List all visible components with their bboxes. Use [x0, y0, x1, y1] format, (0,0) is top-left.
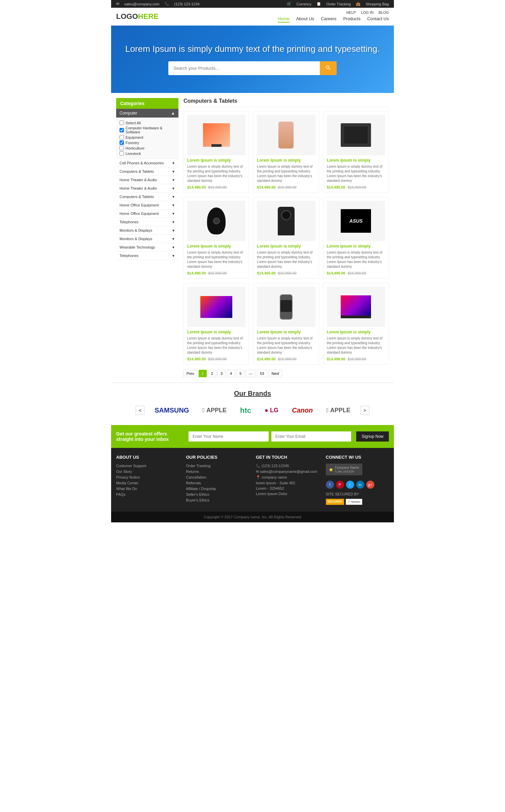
currency-link[interactable]: Currency — [297, 2, 312, 6]
product-img-6: ASUS — [327, 201, 385, 241]
checkbox-select-all[interactable]: Select All — [120, 121, 175, 125]
sidebar-item-home-office-1[interactable]: Home Office Equipment▼ — [116, 201, 178, 209]
sidebar-computer-header[interactable]: Computer ▲ — [116, 109, 178, 118]
product-price-2: $14,490.00 $15,900.00 — [257, 185, 315, 189]
checkbox-horticulture[interactable]: Horticulture — [120, 146, 175, 150]
sidebar-item-monitors-2[interactable]: Monitors & Displays▼ — [116, 235, 178, 243]
product-price-7: $14,490.00 $15,900.00 — [187, 357, 245, 361]
search-bar — [168, 61, 337, 75]
hero-banner: Lorem Ipsum is simply dummy text of the … — [111, 26, 394, 93]
sidebar-computer-arrow: ▲ — [171, 111, 175, 116]
product-printer-img — [341, 123, 371, 147]
search-input[interactable] — [168, 61, 320, 75]
pagination-next[interactable]: Next — [269, 370, 282, 377]
pagination: Prev 1 2 3 4 5 — 53 Next — [183, 370, 389, 377]
footer-affiliate[interactable]: Affiliate / Dropship — [186, 487, 249, 491]
sidebar-item-telephones-1[interactable]: Telephones▼ — [116, 218, 178, 226]
login-link[interactable]: LOG IN — [361, 10, 373, 14]
search-button[interactable] — [320, 61, 337, 75]
checkbox-equipment[interactable]: Equipment — [120, 135, 175, 139]
sidebar-item-home-theater-2[interactable]: Home Theater & Audio▼ — [116, 184, 178, 193]
sidebar-item-home-office-2[interactable]: Home Office Equipment▼ — [116, 209, 178, 218]
newsletter-signup-button[interactable]: Signup Now — [356, 431, 389, 442]
product-img-4 — [187, 201, 245, 241]
shopping-bag-link[interactable]: Shopping Bag — [366, 2, 389, 6]
sidebar-item-home-theater-1[interactable]: Home Theater & Audio▼ — [116, 176, 178, 184]
pagination-page-2[interactable]: 2 — [208, 370, 216, 377]
checkbox-livestock[interactable]: Livestock — [120, 151, 175, 156]
top-bar-phone: (123) 123-1234 — [174, 2, 200, 6]
product-desc-6: Lorem Ipsum is simply dummy text of the … — [327, 250, 385, 269]
newsletter-name-input[interactable] — [189, 431, 269, 442]
bag-icon: 👜 — [356, 2, 361, 6]
twitter-icon[interactable]: t — [346, 481, 354, 489]
product-price-8: $14,490.00 $15,900.00 — [257, 357, 315, 361]
company-badge: ⭐ Company Name f Like 103,629 — [326, 464, 362, 475]
tracking-icon: 📋 — [316, 2, 321, 6]
price-new-3: $14,490.00 — [327, 185, 345, 189]
nav-products[interactable]: Products — [343, 16, 360, 23]
footer-about-title: ABOUT US — [116, 455, 179, 460]
newsletter-email-input[interactable] — [271, 431, 351, 442]
product-smartwatch-img — [280, 294, 293, 320]
footer-sellers-ethics[interactable]: Seller's Ethics — [186, 492, 249, 496]
sidebar-item-telephones-2[interactable]: Telephones▼ — [116, 252, 178, 260]
email-icon: ✉ — [116, 2, 119, 6]
googleplus-icon[interactable]: g+ — [366, 481, 374, 489]
checkbox-hardware[interactable]: Computer Hardware & Software — [120, 126, 175, 134]
pagination-page-53[interactable]: 53 — [257, 370, 267, 377]
nav-about[interactable]: About Us — [296, 16, 314, 23]
product-img-1 — [187, 115, 245, 155]
brand-apple-2:  APPLE — [323, 407, 354, 414]
sidebar-checkbox-group: Select All Computer Hardware & Software … — [116, 118, 178, 159]
footer-returns[interactable]: Returns — [186, 469, 249, 474]
nav-careers[interactable]: Careers — [321, 16, 336, 23]
products-area: Computers & Tablets Lorem Ipsum is simpl… — [183, 98, 389, 377]
nav-home[interactable]: Home — [278, 16, 290, 23]
footer-customer-support[interactable]: Customer Support — [116, 464, 179, 468]
help-link[interactable]: HELP — [346, 10, 356, 14]
footer-email: ✉ sales@companyname@gmail.com — [256, 469, 319, 474]
sidebar: Categories Computer ▲ Select All Compute… — [116, 98, 178, 377]
footer-cancellation[interactable]: Cancellation — [186, 475, 249, 479]
product-price-6: $14,490.00 $15,900.00 — [327, 271, 385, 275]
footer-privacy[interactable]: Privacy Notice — [116, 475, 179, 479]
sidebar-item-cell-phones[interactable]: Cell Phones & Accessories▼ — [116, 159, 178, 167]
carousel-prev-btn[interactable]: < — [136, 406, 144, 415]
footer-what-we-do[interactable]: What We Do — [116, 487, 179, 491]
linkedin-icon[interactable]: in — [356, 481, 364, 489]
product-card-5: Lorem Ipsum is simply Lorem Ipsum is sim… — [253, 197, 319, 279]
footer-address3: Lorem - 3254652 — [256, 486, 319, 490]
carousel-next-btn[interactable]: > — [361, 406, 369, 415]
sidebar-item-wearable[interactable]: Wearable Technology▼ — [116, 243, 178, 252]
nav-contact[interactable]: Contact Us — [367, 16, 389, 23]
sidebar-item-computers[interactable]: Computers & Tablets▼ — [116, 167, 178, 176]
facebook-icon[interactable]: f — [326, 481, 334, 489]
pagination-page-4[interactable]: 4 — [227, 370, 235, 377]
checkbox-forestry[interactable]: Forestry — [120, 140, 175, 145]
order-tracking-link[interactable]: Order Tracking — [326, 2, 351, 6]
star-icon: ⭐ — [329, 468, 333, 472]
pagination-prev[interactable]: Prev — [183, 370, 197, 377]
pagination-page-5[interactable]: 5 — [236, 370, 244, 377]
phone-icon: 📞 — [165, 2, 169, 6]
price-old-6: $15,900.00 — [348, 271, 366, 275]
footer-referrals[interactable]: Referrals — [186, 481, 249, 485]
pagination-page-1[interactable]: 1 — [199, 370, 207, 377]
footer-our-story[interactable]: Our Story — [116, 469, 179, 474]
product-desc-9: Lorem Ipsum is simply dummy text of the … — [327, 336, 385, 355]
footer-faqs[interactable]: FAQs — [116, 492, 179, 496]
pagination-page-3[interactable]: 3 — [217, 370, 226, 377]
footer-order-tracking[interactable]: Order Tracking — [186, 464, 249, 468]
footer-media-center[interactable]: Media Center — [116, 481, 179, 485]
footer-buyers-ethics[interactable]: Buyer's Ethics — [186, 498, 249, 502]
newsletter-text: Get our greatest offers straight into yo… — [116, 431, 183, 442]
product-img-7 — [187, 287, 245, 327]
footer-contact-title: GET IN TOUCH — [256, 455, 319, 460]
sidebar-item-monitors-1[interactable]: Monitors & Displays▼ — [116, 226, 178, 235]
site-secured-label: SITE SECURED BY — [326, 492, 389, 496]
blog-link[interactable]: BLOG — [378, 10, 389, 14]
pinterest-icon[interactable]: P — [336, 481, 344, 489]
sidebar-item-computers-2[interactable]: Computers & Tablets▼ — [116, 193, 178, 201]
brand-samsung: SAMSUNG — [151, 407, 192, 414]
